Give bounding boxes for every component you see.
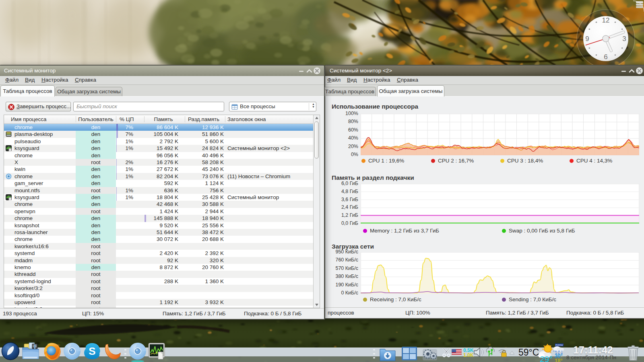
svg-text:РУSTAУ: РУSTAУ <box>555 344 564 346</box>
svg-text:9: 9 <box>585 35 589 43</box>
svg-text:12: 12 <box>602 16 610 24</box>
svg-text:S: S <box>89 345 95 357</box>
svg-text:6: 6 <box>604 53 607 61</box>
svg-text:3: 3 <box>622 35 626 43</box>
